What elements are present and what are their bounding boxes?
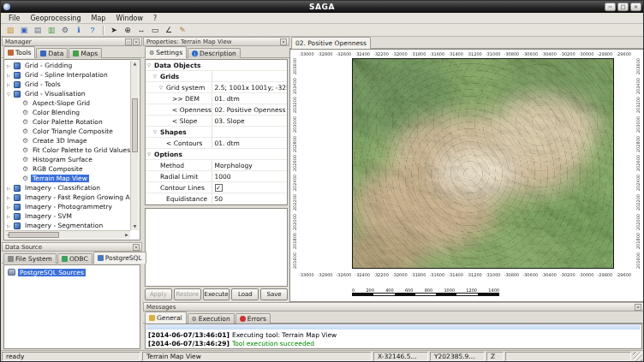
manager-tab-tools[interactable]: Tools <box>3 46 35 58</box>
property-value[interactable]: 1000 <box>212 171 287 181</box>
scroll-thumb[interactable] <box>9 232 58 238</box>
expander-icon[interactable]: ▽ <box>153 74 160 79</box>
property-value[interactable]: 02. Positive Openness <box>212 104 287 115</box>
menu-item-file[interactable]: File <box>3 13 25 23</box>
save-icon[interactable]: ▣ <box>17 24 31 36</box>
property-row-dem[interactable]: >> DEM01. dtm <box>146 93 287 104</box>
expander-icon[interactable]: ▷ <box>7 195 14 200</box>
property-value[interactable]: ✓ <box>212 182 287 193</box>
open-file-icon[interactable]: ▨ <box>3 24 17 36</box>
tree-horizontal-scrollbar[interactable]: ◀ ▶ <box>5 230 130 239</box>
map-tab-positive-openness[interactable]: 02. Positive Openness <box>291 37 371 49</box>
expander-icon[interactable]: ▽ <box>7 92 14 97</box>
title-bar[interactable]: SAGA −□× <box>1 1 643 13</box>
tree-item-imagery-svm[interactable]: ▷Imagery - SVM <box>5 211 130 221</box>
datasource-tab-odbc[interactable]: ODBC <box>57 253 92 264</box>
menu-item-window[interactable]: Window <box>110 13 148 23</box>
menu-item-geoprocessing[interactable]: Geoprocessing <box>25 13 86 23</box>
menu-item-[interactable]: ? <box>148 13 162 23</box>
property-row-equidistance[interactable]: Equidistance50 <box>146 193 287 205</box>
property-value[interactable]: 50 <box>212 193 287 204</box>
tree-item-color-blending[interactable]: ⚙Color Blending <box>5 108 130 117</box>
expander-icon[interactable]: ▷ <box>7 82 14 87</box>
info-icon[interactable]: ℹ <box>72 24 86 36</box>
resize-grip[interactable] <box>633 352 642 361</box>
tree-item-rgb-composite[interactable]: ⚙RGB Composite <box>5 164 130 174</box>
tree-item-imagery-photogrammetry[interactable]: ▷Imagery - Photogrammetry <box>5 202 130 211</box>
datasource-close-icon[interactable]: ✕ <box>133 244 140 251</box>
property-row-grids[interactable]: ▽Grids <box>146 71 287 82</box>
expander-icon[interactable]: ▷ <box>7 214 14 219</box>
property-row-data-objects[interactable]: ▽Data Objects <box>146 60 287 71</box>
manager-tab-data[interactable]: Data <box>36 48 68 58</box>
tree-vertical-scrollbar[interactable]: ▲ ▼ <box>130 61 139 230</box>
expander-icon[interactable]: ▷ <box>7 205 14 210</box>
property-row-grid-system[interactable]: ▽Grid system2.5; 1001x 1001y; -32500... <box>146 82 287 93</box>
tree-item-imagery-segmentation[interactable]: ▷Imagery - Segmentation <box>5 221 130 230</box>
property-value[interactable]: 03. Slope <box>212 116 287 126</box>
tree-item-aspect-slope-grid[interactable]: ⚙Aspect-Slope Grid <box>5 98 130 108</box>
settings-icon[interactable]: ⚙ <box>58 24 72 36</box>
expander-icon[interactable]: ▽ <box>147 151 154 157</box>
property-value[interactable]: 01. dtm <box>212 138 287 148</box>
messages-tab-general[interactable]: General <box>145 312 187 323</box>
properties-close-icon[interactable]: ✕ <box>280 39 287 45</box>
zoom-icon[interactable]: ⊕ <box>121 24 134 36</box>
expander-icon[interactable]: ▷ <box>7 73 14 78</box>
property-row-options[interactable]: ▽Options <box>146 149 287 160</box>
terrain-map[interactable] <box>352 58 614 269</box>
contour-lines-checkbox[interactable]: ✓ <box>215 184 223 192</box>
expander-icon[interactable]: ▽ <box>153 129 160 134</box>
property-row-radial-limit[interactable]: Radial Limit1000 <box>146 171 287 182</box>
property-row-slope[interactable]: < Slope03. Slope <box>146 116 287 127</box>
tree-item-imagery-fast-region-growing-al[interactable]: ▷Imagery - Fast Region Growing Al <box>5 193 130 202</box>
property-value[interactable] <box>212 71 287 81</box>
tree-item-color-triangle-composite[interactable]: ⚙Color Triangle Composite <box>5 127 130 136</box>
expander-icon[interactable]: ▷ <box>7 63 14 68</box>
tree-item-grid-spline-interpolation[interactable]: ▷Grid - Spline Interpolation <box>5 70 130 80</box>
execute-button[interactable]: Execute <box>203 288 230 300</box>
property-row-contours[interactable]: < Contours01. dtm <box>146 138 287 149</box>
pan-icon[interactable]: ↔ <box>134 24 148 36</box>
expander-icon[interactable]: ▽ <box>159 85 166 90</box>
tree-item-terrain-map-view[interactable]: ⚙Terrain Map View <box>5 174 130 183</box>
menu-item-map[interactable]: Map <box>86 13 111 23</box>
close-button[interactable]: × <box>630 3 641 11</box>
load-button[interactable]: Load <box>231 288 259 300</box>
scroll-thumb[interactable] <box>132 98 138 152</box>
property-value[interactable]: 2.5; 1001x 1001y; -32500... <box>212 82 287 92</box>
pointer-icon[interactable]: ➤ <box>107 24 121 36</box>
messages-close-icon[interactable]: ✕ <box>635 304 641 311</box>
apply-button[interactable]: Apply <box>145 288 172 300</box>
help-icon[interactable]: ? <box>86 24 99 36</box>
property-value[interactable]: 01. dtm <box>212 93 287 104</box>
messages-tab-execution[interactable]: ⚙Execution <box>188 313 235 323</box>
expander-icon[interactable]: ▽ <box>147 62 154 68</box>
property-value[interactable]: Morphology <box>212 160 287 170</box>
tree-item-color-palette-rotation[interactable]: ⚙Color Palette Rotation <box>5 117 130 127</box>
restore-button[interactable]: Restore <box>174 288 201 300</box>
maximize-button[interactable]: □ <box>617 3 629 11</box>
manager-tab-maps[interactable]: Maps <box>69 48 102 58</box>
expander-icon[interactable]: ▷ <box>7 186 14 191</box>
draw-icon[interactable]: ✎ <box>176 24 189 36</box>
messages-tab-errors[interactable]: Errors <box>236 313 271 323</box>
tree-item-grid-visualisation[interactable]: ▽Grid - Visualisation <box>5 89 130 98</box>
scroll-up-icon[interactable]: ▲ <box>131 61 139 68</box>
copy-icon[interactable]: ▥ <box>45 24 58 36</box>
tree-item-imagery-classification[interactable]: ▷Imagery - Classification <box>5 183 130 193</box>
tree-item-fit-color-palette-to-grid-values[interactable]: ⚙Fit Color Palette to Grid Values <box>5 145 130 155</box>
tree-item-create-3d-image[interactable]: ⚙Create 3D Image <box>5 136 130 145</box>
property-row-method[interactable]: MethodMorphology <box>146 160 287 171</box>
manager-undock-icon[interactable]: ▫ <box>125 39 132 45</box>
datasource-tab-file-system[interactable]: File System <box>3 253 57 264</box>
datasource-item-postgresql-sources[interactable]: PostgreSQL Sources <box>4 267 140 277</box>
print-icon[interactable]: ▤ <box>31 24 45 36</box>
properties-tab-description[interactable]: iDescription <box>188 48 241 58</box>
scroll-right-icon[interactable]: ▶ <box>123 231 130 239</box>
measure-icon[interactable]: ∠ <box>162 24 176 36</box>
datasource-tab-postgresql[interactable]: PostgreSQL <box>93 252 146 264</box>
save-button[interactable]: Save <box>260 288 288 300</box>
scroll-down-icon[interactable]: ▼ <box>131 223 139 230</box>
map-canvas[interactable]: -33000-32800-32600-32400-32200-32000-318… <box>289 49 644 302</box>
